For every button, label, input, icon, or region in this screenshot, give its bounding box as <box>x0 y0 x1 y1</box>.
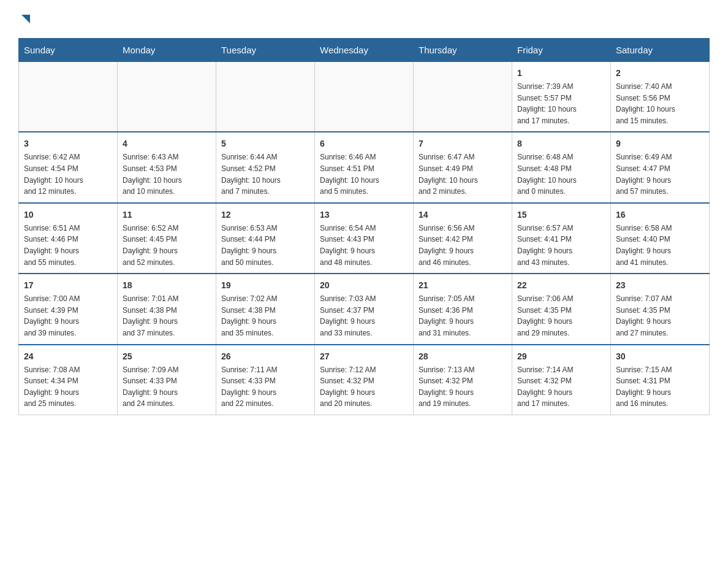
day-info: Sunrise: 7:06 AM Sunset: 4:35 PM Dayligh… <box>517 293 605 339</box>
week-row-4: 17Sunrise: 7:00 AM Sunset: 4:39 PM Dayli… <box>19 274 710 344</box>
calendar-cell: 9Sunrise: 6:49 AM Sunset: 4:47 PM Daylig… <box>611 132 710 202</box>
day-number: 16 <box>616 209 704 221</box>
calendar-cell: 10Sunrise: 6:51 AM Sunset: 4:46 PM Dayli… <box>19 203 118 274</box>
day-number: 6 <box>320 137 408 150</box>
day-number: 18 <box>123 279 211 292</box>
day-info: Sunrise: 6:43 AM Sunset: 4:53 PM Dayligh… <box>123 151 211 197</box>
day-info: Sunrise: 7:00 AM Sunset: 4:39 PM Dayligh… <box>24 293 112 339</box>
day-info: Sunrise: 7:14 AM Sunset: 4:32 PM Dayligh… <box>517 364 605 410</box>
page-header <box>18 12 710 26</box>
day-info: Sunrise: 7:39 AM Sunset: 5:57 PM Dayligh… <box>517 81 605 126</box>
day-number: 3 <box>24 137 112 150</box>
calendar-cell: 22Sunrise: 7:06 AM Sunset: 4:35 PM Dayli… <box>512 274 611 344</box>
calendar-cell: 17Sunrise: 7:00 AM Sunset: 4:39 PM Dayli… <box>19 274 118 344</box>
day-number: 12 <box>221 209 309 221</box>
day-number: 25 <box>123 350 211 363</box>
calendar-cell: 27Sunrise: 7:12 AM Sunset: 4:32 PM Dayli… <box>315 345 414 415</box>
day-number: 29 <box>517 350 605 363</box>
calendar-cell: 19Sunrise: 7:02 AM Sunset: 4:38 PM Dayli… <box>216 274 315 344</box>
calendar-cell: 3Sunrise: 6:42 AM Sunset: 4:54 PM Daylig… <box>19 132 118 202</box>
calendar-cell: 21Sunrise: 7:05 AM Sunset: 4:36 PM Dayli… <box>414 274 512 344</box>
logo-triangle-icon <box>19 12 32 26</box>
day-info: Sunrise: 6:57 AM Sunset: 4:41 PM Dayligh… <box>517 223 605 268</box>
day-header-thursday: Thursday <box>414 39 512 62</box>
calendar-cell: 28Sunrise: 7:13 AM Sunset: 4:32 PM Dayli… <box>414 345 512 415</box>
day-info: Sunrise: 7:08 AM Sunset: 4:34 PM Dayligh… <box>24 364 112 410</box>
day-number: 17 <box>24 279 112 292</box>
day-number: 20 <box>320 279 408 292</box>
days-header-row: SundayMondayTuesdayWednesdayThursdayFrid… <box>19 39 710 62</box>
day-number: 22 <box>517 279 605 292</box>
day-info: Sunrise: 6:46 AM Sunset: 4:51 PM Dayligh… <box>320 151 408 197</box>
calendar-cell: 23Sunrise: 7:07 AM Sunset: 4:35 PM Dayli… <box>611 274 710 344</box>
day-header-tuesday: Tuesday <box>216 39 315 62</box>
calendar-cell: 30Sunrise: 7:15 AM Sunset: 4:31 PM Dayli… <box>611 345 710 415</box>
day-number: 11 <box>123 209 211 221</box>
day-info: Sunrise: 6:42 AM Sunset: 4:54 PM Dayligh… <box>24 151 112 197</box>
day-number: 23 <box>616 279 704 292</box>
calendar-cell <box>216 62 315 132</box>
calendar-cell: 24Sunrise: 7:08 AM Sunset: 4:34 PM Dayli… <box>19 345 118 415</box>
calendar-cell <box>19 62 118 132</box>
calendar-cell: 12Sunrise: 6:53 AM Sunset: 4:44 PM Dayli… <box>216 203 315 274</box>
day-info: Sunrise: 7:01 AM Sunset: 4:38 PM Dayligh… <box>123 293 211 339</box>
day-number: 19 <box>221 279 309 292</box>
day-number: 9 <box>616 137 704 150</box>
logo <box>18 12 33 26</box>
day-number: 27 <box>320 350 408 363</box>
calendar-cell: 26Sunrise: 7:11 AM Sunset: 4:33 PM Dayli… <box>216 345 315 415</box>
calendar-cell: 13Sunrise: 6:54 AM Sunset: 4:43 PM Dayli… <box>315 203 414 274</box>
day-info: Sunrise: 6:54 AM Sunset: 4:43 PM Dayligh… <box>320 223 408 268</box>
calendar-cell: 18Sunrise: 7:01 AM Sunset: 4:38 PM Dayli… <box>118 274 216 344</box>
week-row-2: 3Sunrise: 6:42 AM Sunset: 4:54 PM Daylig… <box>19 132 710 202</box>
calendar-cell: 7Sunrise: 6:47 AM Sunset: 4:49 PM Daylig… <box>414 132 512 202</box>
calendar-cell: 29Sunrise: 7:14 AM Sunset: 4:32 PM Dayli… <box>512 345 611 415</box>
day-header-saturday: Saturday <box>611 39 710 62</box>
day-info: Sunrise: 6:56 AM Sunset: 4:42 PM Dayligh… <box>419 223 507 268</box>
day-info: Sunrise: 7:12 AM Sunset: 4:32 PM Dayligh… <box>320 364 408 410</box>
calendar-cell: 15Sunrise: 6:57 AM Sunset: 4:41 PM Dayli… <box>512 203 611 274</box>
week-row-3: 10Sunrise: 6:51 AM Sunset: 4:46 PM Dayli… <box>19 203 710 274</box>
day-info: Sunrise: 7:13 AM Sunset: 4:32 PM Dayligh… <box>419 364 507 410</box>
calendar-table: SundayMondayTuesdayWednesdayThursdayFrid… <box>18 38 710 415</box>
calendar-cell <box>118 62 216 132</box>
day-number: 30 <box>616 350 704 363</box>
day-info: Sunrise: 6:47 AM Sunset: 4:49 PM Dayligh… <box>419 151 507 197</box>
calendar-cell: 2Sunrise: 7:40 AM Sunset: 5:56 PM Daylig… <box>611 62 710 132</box>
day-number: 15 <box>517 209 605 221</box>
day-header-friday: Friday <box>512 39 611 62</box>
day-info: Sunrise: 6:51 AM Sunset: 4:46 PM Dayligh… <box>24 223 112 268</box>
day-info: Sunrise: 6:53 AM Sunset: 4:44 PM Dayligh… <box>221 223 309 268</box>
day-number: 26 <box>221 350 309 363</box>
day-number: 10 <box>24 209 112 221</box>
day-number: 1 <box>517 67 605 80</box>
day-header-sunday: Sunday <box>19 39 118 62</box>
calendar-cell: 11Sunrise: 6:52 AM Sunset: 4:45 PM Dayli… <box>118 203 216 274</box>
svg-marker-0 <box>21 15 30 23</box>
day-info: Sunrise: 7:09 AM Sunset: 4:33 PM Dayligh… <box>123 364 211 410</box>
calendar-cell <box>414 62 512 132</box>
calendar-cell: 16Sunrise: 6:58 AM Sunset: 4:40 PM Dayli… <box>611 203 710 274</box>
day-info: Sunrise: 7:07 AM Sunset: 4:35 PM Dayligh… <box>616 293 704 339</box>
calendar-cell: 14Sunrise: 6:56 AM Sunset: 4:42 PM Dayli… <box>414 203 512 274</box>
day-number: 14 <box>419 209 507 221</box>
day-info: Sunrise: 7:40 AM Sunset: 5:56 PM Dayligh… <box>616 81 704 126</box>
week-row-5: 24Sunrise: 7:08 AM Sunset: 4:34 PM Dayli… <box>19 345 710 415</box>
day-number: 4 <box>123 137 211 150</box>
day-info: Sunrise: 7:02 AM Sunset: 4:38 PM Dayligh… <box>221 293 309 339</box>
day-number: 13 <box>320 209 408 221</box>
day-number: 8 <box>517 137 605 150</box>
day-header-monday: Monday <box>118 39 216 62</box>
day-number: 7 <box>419 137 507 150</box>
calendar-cell: 25Sunrise: 7:09 AM Sunset: 4:33 PM Dayli… <box>118 345 216 415</box>
day-info: Sunrise: 7:11 AM Sunset: 4:33 PM Dayligh… <box>221 364 309 410</box>
day-header-wednesday: Wednesday <box>315 39 414 62</box>
calendar-cell: 1Sunrise: 7:39 AM Sunset: 5:57 PM Daylig… <box>512 62 611 132</box>
day-number: 24 <box>24 350 112 363</box>
calendar-cell: 4Sunrise: 6:43 AM Sunset: 4:53 PM Daylig… <box>118 132 216 202</box>
day-number: 21 <box>419 279 507 292</box>
day-info: Sunrise: 6:52 AM Sunset: 4:45 PM Dayligh… <box>123 223 211 268</box>
day-info: Sunrise: 6:48 AM Sunset: 4:48 PM Dayligh… <box>517 151 605 197</box>
day-info: Sunrise: 6:49 AM Sunset: 4:47 PM Dayligh… <box>616 151 704 197</box>
calendar-cell <box>315 62 414 132</box>
